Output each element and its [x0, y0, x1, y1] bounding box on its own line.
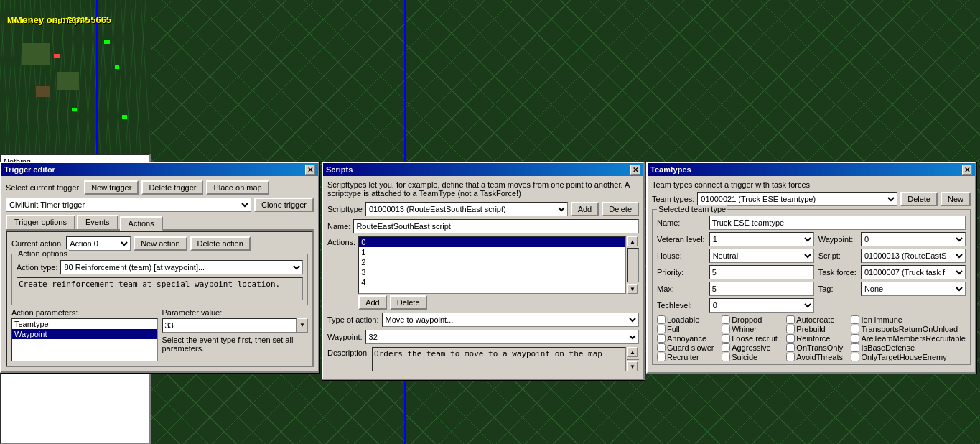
description-scroll-down[interactable]: ▼: [627, 361, 638, 371]
trigger-editor-title: Trigger editor: [4, 165, 55, 174]
tt-house-select[interactable]: Neutral: [709, 249, 814, 263]
tt-name-input[interactable]: [709, 216, 966, 230]
scripttype-label: Scripttype: [327, 205, 363, 213]
tt-script-label: Script:: [818, 251, 857, 260]
script-action-add-button[interactable]: Add: [358, 295, 387, 310]
teamtypes-title: Teamtypes: [650, 165, 691, 174]
cb-guard-slower-input[interactable]: [657, 343, 666, 352]
money-label: Money on map: 55665: [14, 14, 111, 25]
cb-recruiter-input[interactable]: [657, 353, 666, 361]
tt-tag-label: Tag:: [818, 285, 857, 293]
script-description-textarea[interactable]: Orders the team to move to a waypoint on…: [372, 347, 626, 371]
place-on-map-button[interactable]: Place on map: [206, 180, 269, 195]
tab-events[interactable]: Events: [77, 215, 118, 229]
cb-only-target-input[interactable]: [851, 353, 859, 361]
script-action-1[interactable]: 1: [359, 247, 625, 257]
cb-avoid-threats-input[interactable]: [786, 353, 795, 361]
cb-autocreate-input[interactable]: [786, 315, 795, 324]
team-types-select[interactable]: 01000021 (Truck ESE teamtype): [697, 192, 897, 206]
tt-tag-select[interactable]: None: [861, 282, 966, 296]
cb-only-target-label: OnlyTargetHouseEnemy: [861, 353, 946, 361]
tt-taskforce-select[interactable]: 01000007 (Truck task f: [861, 265, 966, 279]
trigger-editor-close[interactable]: ✕: [305, 165, 315, 175]
cb-reinforce-input[interactable]: [786, 334, 795, 343]
cb-is-base-defense: IsBaseDefense: [851, 343, 966, 352]
cb-ion-immune-input[interactable]: [851, 315, 859, 324]
current-action-label: Current action:: [11, 239, 63, 248]
script-action-delete-button[interactable]: Delete: [390, 295, 427, 310]
cb-autocreate: Autocreate: [786, 315, 848, 324]
scripts-actions-area: Actions: 0 1 2 3 4 ▲ ▼: [327, 236, 639, 313]
tt-veteran-select[interactable]: 1: [709, 232, 814, 246]
teamtype-new-button[interactable]: New: [941, 192, 971, 206]
script-action-2[interactable]: 2: [359, 257, 625, 267]
selected-team-type-label: Selected team type: [657, 205, 727, 213]
action-options-label: Action options: [17, 249, 69, 258]
script-action-3[interactable]: 3: [359, 267, 625, 277]
cb-loadable: Loadable: [657, 315, 719, 324]
trigger-editor-titlebar: Trigger editor ✕: [1, 163, 318, 176]
cb-loose-recruit-input[interactable]: [722, 334, 730, 343]
waypoint-select[interactable]: 32: [365, 330, 639, 344]
tt-name-label: Name:: [657, 218, 705, 227]
cb-annoyance-input[interactable]: [657, 334, 666, 343]
scripts-close[interactable]: ✕: [630, 165, 640, 175]
scripttype-add-button[interactable]: Add: [571, 202, 599, 216]
cb-transports-return-label: TransportsReturnOnUnload: [861, 325, 958, 333]
action-params-list[interactable]: Teamtype Waypoint: [11, 318, 158, 361]
cb-aggressive-input[interactable]: [722, 343, 730, 352]
tt-priority-input[interactable]: [709, 265, 814, 279]
tt-house-label: House:: [657, 251, 705, 260]
cb-loose-recruit-label: Loose recruit: [732, 334, 778, 343]
cb-suicide-input[interactable]: [722, 353, 730, 361]
cb-full-input[interactable]: [657, 325, 666, 333]
cb-on-trans-only-input[interactable]: [786, 343, 795, 352]
cb-are-team-members-input[interactable]: [851, 334, 859, 343]
param-waypoint[interactable]: Waypoint: [12, 329, 157, 339]
clone-trigger-button[interactable]: Clone trigger: [254, 198, 314, 212]
param-value-arrow[interactable]: ▼: [297, 318, 308, 333]
tt-veteran-label: Veteran level:: [657, 235, 705, 244]
script-action-0[interactable]: 0: [359, 237, 625, 247]
current-trigger-select[interactable]: CivilUnit Timer trigger: [6, 198, 251, 212]
scripttype-select[interactable]: 01000013 (RouteEastSouthEast script): [365, 202, 568, 216]
tab-trigger-options[interactable]: Trigger options: [6, 215, 75, 229]
teamtypes-close[interactable]: ✕: [962, 165, 972, 175]
tt-script-select[interactable]: 01000013 (RouteEastS: [861, 249, 966, 263]
param-hint: Select the event type first, then set al…: [162, 336, 309, 353]
cb-full-label: Full: [667, 325, 680, 333]
new-trigger-button[interactable]: New trigger: [84, 180, 139, 195]
tt-max-input[interactable]: [709, 282, 814, 296]
teamtype-delete-button[interactable]: Delete: [900, 192, 938, 206]
cb-on-trans-only: OnTransOnly: [786, 343, 848, 352]
cb-transports-return-input[interactable]: [851, 325, 859, 333]
cb-droppod-input[interactable]: [722, 315, 730, 324]
tt-max-label: Max:: [657, 285, 705, 293]
cb-guard-slower: Guard slower: [657, 343, 719, 352]
new-action-button[interactable]: New action: [134, 236, 187, 251]
script-action-4[interactable]: 4: [359, 277, 625, 287]
delete-action-button[interactable]: Delete action: [190, 236, 251, 251]
waypoint-label: Waypoint:: [327, 333, 363, 341]
param-teamtype[interactable]: Teamtype: [12, 319, 157, 329]
param-value-input[interactable]: [162, 318, 297, 333]
type-action-select[interactable]: Move to waypoint...: [382, 313, 639, 327]
current-action-select[interactable]: Action 0: [66, 236, 131, 251]
cb-only-target: OnlyTargetHouseEnemy: [851, 353, 966, 361]
cb-loadable-input[interactable]: [657, 315, 666, 324]
scripts-actions-list[interactable]: 0 1 2 3 4: [358, 236, 626, 294]
tt-taskforce-label: Task force:: [818, 268, 857, 277]
tt-waypoint-select[interactable]: 0: [861, 232, 966, 246]
script-name-input[interactable]: [353, 219, 639, 233]
delete-trigger-button[interactable]: Delete trigger: [141, 180, 203, 195]
action-type-select[interactable]: 80 Reinforcement (team) [at waypoint]...: [60, 260, 303, 274]
cb-is-base-defense-input[interactable]: [851, 343, 859, 352]
script-actions-scroll-up[interactable]: ▲: [627, 236, 638, 246]
script-actions-scroll-down[interactable]: ▼: [627, 284, 638, 294]
scripttype-delete-button[interactable]: Delete: [602, 202, 639, 216]
tab-actions[interactable]: Actions: [120, 216, 163, 231]
description-scroll-up[interactable]: ▲: [627, 347, 638, 357]
cb-whiner-input[interactable]: [722, 325, 730, 333]
tt-techlevel-select[interactable]: 0: [709, 298, 814, 313]
cb-prebuild-input[interactable]: [786, 325, 795, 333]
